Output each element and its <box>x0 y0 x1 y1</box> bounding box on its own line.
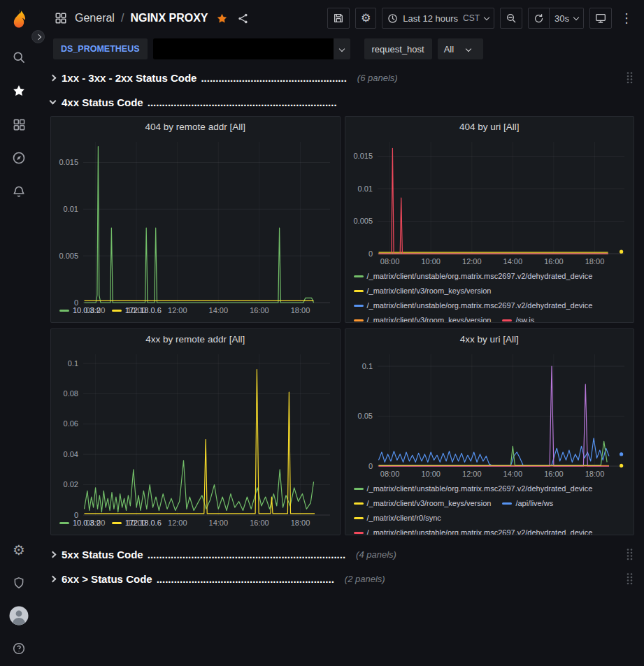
panel-title[interactable]: 4xx by remote addr [All] <box>51 329 340 349</box>
row-6xx[interactable]: 6xx > Status Code ......................… <box>50 568 634 589</box>
time-series-chart[interactable]: 00.050.108:0010:0012:0014:0016:0018:00 <box>345 349 634 480</box>
sidebar-item-starred[interactable] <box>3 74 35 108</box>
svg-text:18:00: 18:00 <box>585 470 604 478</box>
svg-text:16:00: 16:00 <box>544 257 564 266</box>
favorite-star-button[interactable] <box>215 11 229 26</box>
sidebar-expand-button[interactable] <box>31 30 45 43</box>
legend-series-marker <box>354 502 364 505</box>
legend-series-label: /_matrix/client/v3/room_keys/version <box>367 313 492 322</box>
panel-4xx-by-remote-addr: 4xx by remote addr [All] 00.020.040.060.… <box>50 328 341 535</box>
save-icon <box>333 13 344 24</box>
save-dashboard-button[interactable] <box>327 8 350 29</box>
apps-grid-icon[interactable] <box>53 10 69 26</box>
row-drag-handle[interactable] <box>624 70 634 85</box>
share-button[interactable] <box>236 11 250 26</box>
tv-icon <box>595 13 606 24</box>
datasource-variable-select[interactable] <box>153 38 350 59</box>
legend-item[interactable]: /_matrix/client/r0/sync <box>354 511 441 526</box>
svg-text:0.04: 0.04 <box>64 450 78 458</box>
svg-text:0.1: 0.1 <box>362 362 372 370</box>
legend-series-label: 172.18.0.6 <box>125 303 162 318</box>
grafana-logo[interactable] <box>8 8 29 29</box>
tv-mode-button[interactable] <box>589 8 612 29</box>
dashboard-settings-button[interactable]: ⚙ <box>355 8 376 29</box>
legend-item[interactable]: /_matrix/client/v3/room_keys/version <box>354 284 492 298</box>
dashboards-grid-icon <box>13 118 26 131</box>
more-options-kebab-icon[interactable]: ⋮ <box>617 12 636 24</box>
share-icon <box>237 13 249 24</box>
legend-item[interactable]: /_matrix/client/unstable/org.matrix.msc2… <box>354 298 593 313</box>
legend-item[interactable]: 172.18.0.6 <box>112 516 162 530</box>
svg-text:0.02: 0.02 <box>64 480 78 488</box>
svg-text:16:00: 16:00 <box>544 470 564 478</box>
row-panel-count: (6 panels) <box>357 73 398 83</box>
sidebar-item-alerting[interactable] <box>3 175 35 208</box>
datasource-variable-value-redacted <box>153 38 334 59</box>
refresh-interval-label: 30s <box>554 13 569 24</box>
legend-item[interactable]: /_matrix/client/v3/room_keys/version <box>354 313 492 322</box>
legend-item[interactable]: /sw.js <box>502 313 534 322</box>
svg-text:10:00: 10:00 <box>421 470 441 478</box>
row-title: 5xx Status Code <box>62 549 143 560</box>
breadcrumb-folder[interactable]: General <box>75 12 115 24</box>
sidebar-item-profile[interactable] <box>3 599 35 632</box>
sidebar-item-search[interactable] <box>3 41 35 74</box>
time-series-chart[interactable]: 00.020.040.060.080.108:0010:0012:0014:00… <box>51 349 340 514</box>
chevron-right-icon <box>35 34 41 39</box>
svg-text:08:00: 08:00 <box>380 257 399 266</box>
svg-text:12:00: 12:00 <box>462 470 482 478</box>
navbar-actions: ⚙ Last 12 hours CST 30s <box>327 8 636 29</box>
avatar <box>9 606 29 625</box>
row-drag-handle[interactable] <box>624 546 634 562</box>
legend-item[interactable]: 10.0.3.2 <box>59 516 101 530</box>
legend-series-marker <box>354 319 364 321</box>
request-host-variable-select[interactable]: All <box>438 38 483 59</box>
legend-series-marker <box>354 305 364 307</box>
shield-icon <box>13 576 25 590</box>
chevron-down-icon <box>466 46 471 52</box>
sidebar-nav <box>3 41 35 208</box>
refresh-button[interactable] <box>528 8 550 29</box>
legend-item[interactable]: 172.18.0.6 <box>112 303 162 318</box>
grafana-app: ⚙ General / NGINX PROXY <box>0 0 644 666</box>
row-title: 4xx Status Code <box>62 96 143 108</box>
row-drag-handle[interactable] <box>624 571 634 586</box>
legend-item[interactable]: /_matrix/client/unstable/org.matrix.msc2… <box>354 482 593 496</box>
sidebar-item-configuration[interactable]: ⚙ <box>3 533 35 566</box>
legend-series-marker <box>112 310 122 312</box>
svg-text:0: 0 <box>368 462 372 470</box>
sidebar-item-explore[interactable] <box>3 141 35 175</box>
svg-text:0.01: 0.01 <box>357 184 372 193</box>
panel-title[interactable]: 404 by uri [All] <box>345 117 634 136</box>
legend-item[interactable]: /api/live/ws <box>502 496 553 511</box>
refresh-interval-picker[interactable]: 30s <box>550 8 584 29</box>
legend-series-marker <box>502 319 512 321</box>
sidebar-bottom: ⚙ <box>3 533 35 666</box>
row-title: 6xx > Status Code <box>62 573 152 585</box>
row-5xx[interactable]: 5xx Status Code ........................… <box>50 544 634 565</box>
panel-title[interactable]: 4xx by uri [All] <box>345 329 634 349</box>
time-series-chart[interactable]: 00.0050.010.01508:0010:0012:0014:0016:00… <box>51 136 340 302</box>
row-panel-count: (2 panels) <box>345 574 385 584</box>
legend-item[interactable]: 10.0.3.2 <box>59 303 101 318</box>
legend-item[interactable]: /_matrix/client/v3/room_keys/version <box>354 496 492 511</box>
panel-title[interactable]: 404 by remote addr [All] <box>51 117 340 136</box>
panel-404-by-uri: 404 by uri [All] 00.0050.010.01508:0010:… <box>345 116 635 323</box>
time-series-chart[interactable]: 00.0050.010.01508:0010:0012:0014:0016:00… <box>345 136 634 268</box>
sidebar-item-dashboards[interactable] <box>3 108 35 141</box>
chevron-right-icon <box>50 551 57 558</box>
panel-404-by-remote-addr: 404 by remote addr [All] 00.0050.010.015… <box>50 116 341 323</box>
legend-item[interactable]: /_matrix/client/unstable/org.matrix.msc2… <box>354 526 593 535</box>
svg-text:0.08: 0.08 <box>64 389 78 398</box>
time-range-picker[interactable]: Last 12 hours CST <box>382 8 494 29</box>
favorite-star-icon <box>216 13 228 24</box>
row-4xx[interactable]: 4xx Status Code ........................… <box>50 92 634 113</box>
zoom-out-time-button[interactable] <box>500 8 522 29</box>
legend-item[interactable]: /_matrix/client/unstable/org.matrix.msc2… <box>354 269 593 284</box>
svg-text:08:00: 08:00 <box>380 470 399 478</box>
chevron-down-icon <box>338 46 344 52</box>
sidebar-item-help[interactable] <box>3 632 35 665</box>
sidebar-item-server-admin[interactable] <box>3 566 35 599</box>
row-1xx-3xx-2xx[interactable]: 1xx - 3xx - 2xx Status Code ............… <box>50 67 634 88</box>
legend-series-marker <box>502 502 512 505</box>
